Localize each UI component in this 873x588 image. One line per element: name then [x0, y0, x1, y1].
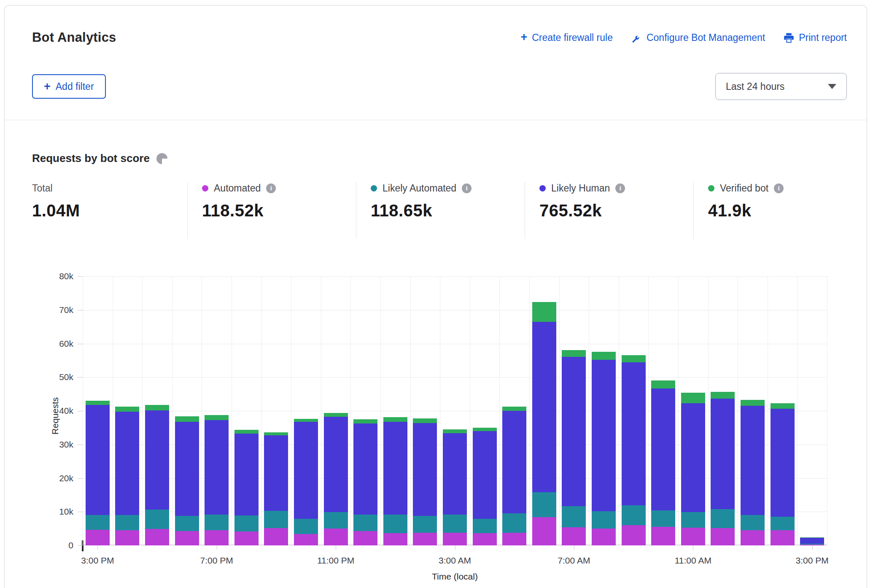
bar-segment-likely-human[interactable]	[502, 411, 526, 513]
bar-segment-likely-human[interactable]	[115, 412, 139, 515]
chart-bar[interactable]	[383, 417, 407, 545]
bar-segment-likely-automated[interactable]	[86, 515, 110, 530]
bar-segment-likely-automated[interactable]	[562, 506, 586, 527]
bar-segment-verified-bot[interactable]	[443, 429, 467, 434]
bar-segment-likely-human[interactable]	[294, 422, 318, 519]
chart-bar[interactable]	[443, 429, 467, 545]
bar-segment-likely-automated[interactable]	[234, 515, 259, 531]
bar-segment-likely-automated[interactable]	[264, 511, 288, 528]
chart-bar[interactable]	[264, 432, 288, 545]
bar-segment-automated[interactable]	[264, 528, 288, 545]
bar-segment-likely-human[interactable]	[741, 406, 765, 515]
info-icon[interactable]: i	[462, 183, 472, 193]
bar-segment-likely-automated[interactable]	[651, 510, 675, 527]
bar-segment-verified-bot[interactable]	[175, 416, 199, 422]
info-icon[interactable]: i	[266, 183, 276, 193]
bar-segment-verified-bot[interactable]	[115, 407, 139, 412]
bar-segment-automated[interactable]	[443, 533, 467, 545]
bar-segment-verified-bot[interactable]	[562, 350, 586, 357]
chart-bar[interactable]	[532, 302, 556, 545]
bar-segment-automated[interactable]	[175, 531, 199, 545]
bar-segment-likely-automated[interactable]	[324, 512, 348, 529]
bar-segment-likely-automated[interactable]	[741, 515, 765, 530]
info-icon[interactable]: i	[615, 183, 625, 193]
chart-bar[interactable]	[473, 428, 497, 545]
bar-segment-verified-bot[interactable]	[711, 392, 735, 398]
bar-segment-automated[interactable]	[234, 531, 259, 545]
bar-segment-likely-automated[interactable]	[383, 515, 407, 533]
bar-segment-likely-human[interactable]	[205, 420, 229, 515]
bar-segment-verified-bot[interactable]	[651, 380, 675, 388]
bar-segment-likely-human[interactable]	[473, 431, 497, 519]
action-configure-bot-management[interactable]: Configure Bot Management	[631, 32, 765, 43]
bar-segment-likely-human[interactable]	[175, 422, 199, 516]
bar-segment-verified-bot[interactable]	[502, 407, 526, 411]
bar-segment-verified-bot[interactable]	[532, 302, 556, 321]
bar-segment-verified-bot[interactable]	[622, 355, 646, 362]
bar-segment-verified-bot[interactable]	[741, 400, 765, 406]
bar-segment-likely-human[interactable]	[86, 405, 110, 515]
bar-segment-likely-automated[interactable]	[622, 505, 646, 525]
chart-bar[interactable]	[800, 537, 824, 545]
bar-segment-likely-human[interactable]	[264, 435, 288, 511]
bar-segment-likely-human[interactable]	[711, 399, 735, 509]
bar-segment-automated[interactable]	[681, 528, 705, 545]
bar-segment-likely-human[interactable]	[324, 417, 348, 512]
bar-segment-likely-automated[interactable]	[205, 515, 229, 530]
bar-segment-automated[interactable]	[145, 529, 169, 545]
info-icon[interactable]: i	[774, 183, 784, 193]
chart-bar[interactable]	[353, 419, 377, 545]
bar-segment-verified-bot[interactable]	[681, 393, 705, 403]
bar-segment-likely-automated[interactable]	[592, 511, 616, 529]
bar-segment-likely-automated[interactable]	[502, 513, 526, 532]
bar-segment-verified-bot[interactable]	[324, 413, 348, 417]
bar-segment-automated[interactable]	[771, 530, 795, 545]
chart-bar[interactable]	[205, 415, 229, 545]
chart-bar[interactable]	[413, 418, 437, 545]
bar-segment-automated[interactable]	[562, 527, 586, 545]
bar-segment-likely-automated[interactable]	[711, 509, 735, 528]
bar-segment-likely-human[interactable]	[771, 409, 795, 517]
bar-segment-automated[interactable]	[294, 534, 318, 545]
bar-segment-verified-bot[interactable]	[383, 417, 407, 422]
time-range-select[interactable]: Last 24 hours	[715, 73, 847, 100]
chart-bar[interactable]	[562, 350, 586, 545]
chart-bar[interactable]	[502, 407, 526, 545]
bar-segment-likely-automated[interactable]	[294, 519, 318, 534]
chart-bar[interactable]	[86, 401, 110, 545]
bar-segment-verified-bot[interactable]	[473, 428, 497, 431]
bar-segment-automated[interactable]	[473, 533, 497, 546]
bar-segment-likely-human[interactable]	[413, 423, 437, 516]
bar-segment-verified-bot[interactable]	[145, 405, 169, 411]
chart-bar[interactable]	[622, 355, 646, 545]
bar-segment-likely-human[interactable]	[443, 433, 467, 515]
bar-segment-automated[interactable]	[532, 517, 556, 545]
bar-segment-likely-automated[interactable]	[771, 517, 795, 530]
bar-segment-verified-bot[interactable]	[413, 418, 437, 423]
bar-segment-likely-human[interactable]	[681, 403, 705, 512]
bar-segment-likely-human[interactable]	[592, 360, 616, 512]
bar-segment-automated[interactable]	[622, 525, 646, 545]
bar-segment-automated[interactable]	[115, 530, 139, 545]
bar-segment-automated[interactable]	[86, 530, 110, 545]
bar-segment-automated[interactable]	[741, 530, 765, 545]
bar-segment-automated[interactable]	[502, 533, 526, 545]
bar-segment-likely-automated[interactable]	[443, 515, 467, 532]
chart-bar[interactable]	[771, 403, 795, 545]
bar-segment-verified-bot[interactable]	[592, 352, 616, 359]
bar-segment-likely-human[interactable]	[651, 388, 675, 510]
bar-segment-verified-bot[interactable]	[294, 419, 318, 422]
bar-segment-likely-automated[interactable]	[532, 492, 556, 517]
bar-segment-likely-human[interactable]	[383, 422, 407, 515]
chart-bar[interactable]	[741, 400, 765, 545]
bar-segment-verified-bot[interactable]	[86, 401, 110, 405]
chart-bar[interactable]	[175, 416, 199, 545]
bar-segment-likely-human[interactable]	[234, 434, 259, 515]
bar-segment-automated[interactable]	[592, 529, 616, 545]
chart-bar[interactable]	[294, 419, 318, 545]
bar-segment-likely-automated[interactable]	[175, 516, 199, 531]
bar-segment-likely-human[interactable]	[145, 410, 169, 509]
bar-segment-automated[interactable]	[353, 531, 377, 545]
action-print-report[interactable]: Print report	[784, 32, 847, 43]
bar-segment-likely-human[interactable]	[622, 362, 646, 505]
